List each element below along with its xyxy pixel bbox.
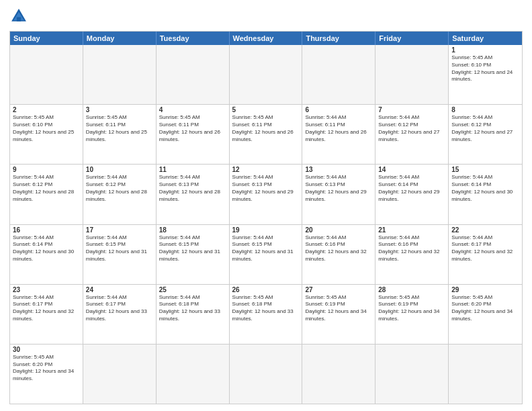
calendar-cell: 23Sunrise: 5:44 AM Sunset: 6:17 PM Dayli… [10,285,83,344]
calendar-row-2: 9Sunrise: 5:44 AM Sunset: 6:12 PM Daylig… [10,165,522,224]
day-number: 21 [378,226,445,234]
cell-info: Sunrise: 5:44 AM Sunset: 6:13 PM Dayligh… [232,174,300,203]
day-number: 15 [451,166,519,173]
cell-info: Sunrise: 5:45 AM Sunset: 6:20 PM Dayligh… [13,354,80,383]
cal-header-tuesday: Tuesday [157,32,230,45]
calendar-cell: 12Sunrise: 5:44 AM Sunset: 6:13 PM Dayli… [230,165,303,224]
day-number: 18 [159,226,226,234]
svg-rect-2 [17,17,21,21]
cal-header-monday: Monday [83,32,157,45]
calendar-cell: 3Sunrise: 5:45 AM Sunset: 6:11 PM Daylig… [83,105,157,164]
cell-info: Sunrise: 5:44 AM Sunset: 6:17 PM Dayligh… [13,294,80,323]
cell-info: Sunrise: 5:44 AM Sunset: 6:14 PM Dayligh… [13,234,80,263]
cell-info: Sunrise: 5:44 AM Sunset: 6:16 PM Dayligh… [378,234,445,263]
cell-info: Sunrise: 5:45 AM Sunset: 6:19 PM Dayligh… [305,294,372,323]
cell-info: Sunrise: 5:45 AM Sunset: 6:19 PM Dayligh… [378,294,445,323]
day-number: 30 [13,346,80,353]
cell-info: Sunrise: 5:44 AM Sunset: 6:17 PM Dayligh… [86,294,153,323]
cal-header-saturday: Saturday [449,32,522,45]
calendar-cell: 22Sunrise: 5:44 AM Sunset: 6:17 PM Dayli… [449,225,522,284]
cell-info: Sunrise: 5:45 AM Sunset: 6:11 PM Dayligh… [159,114,226,143]
day-number: 5 [232,106,300,113]
calendar-cell: 18Sunrise: 5:44 AM Sunset: 6:15 PM Dayli… [157,225,230,284]
calendar-cell [449,345,522,404]
calendar-row-3: 16Sunrise: 5:44 AM Sunset: 6:14 PM Dayli… [10,225,522,285]
cell-info: Sunrise: 5:44 AM Sunset: 6:17 PM Dayligh… [451,234,519,263]
day-number: 16 [13,226,80,234]
calendar-row-4: 23Sunrise: 5:44 AM Sunset: 6:17 PM Dayli… [10,285,522,345]
calendar-cell: 13Sunrise: 5:44 AM Sunset: 6:13 PM Dayli… [302,165,375,224]
day-number: 26 [232,286,300,293]
day-number: 29 [451,286,519,293]
cell-info: Sunrise: 5:44 AM Sunset: 6:13 PM Dayligh… [305,174,372,203]
day-number: 14 [378,166,445,173]
calendar-cell: 15Sunrise: 5:44 AM Sunset: 6:14 PM Dayli… [449,165,522,224]
cell-info: Sunrise: 5:45 AM Sunset: 6:10 PM Dayligh… [451,54,519,83]
cell-info: Sunrise: 5:45 AM Sunset: 6:18 PM Dayligh… [232,294,300,323]
calendar-cell: 26Sunrise: 5:45 AM Sunset: 6:18 PM Dayli… [230,285,303,344]
calendar-cell: 29Sunrise: 5:45 AM Sunset: 6:20 PM Dayli… [449,285,522,344]
cell-info: Sunrise: 5:44 AM Sunset: 6:15 PM Dayligh… [232,234,300,263]
calendar-cell [302,45,375,104]
calendar-cell: 17Sunrise: 5:44 AM Sunset: 6:15 PM Dayli… [83,225,157,284]
cell-info: Sunrise: 5:44 AM Sunset: 6:15 PM Dayligh… [86,234,153,263]
calendar: SundayMondayTuesdayWednesdayThursdayFrid… [9,31,523,404]
calendar-cell: 21Sunrise: 5:44 AM Sunset: 6:16 PM Dayli… [375,225,449,284]
day-number: 4 [159,106,226,113]
calendar-cell: 19Sunrise: 5:44 AM Sunset: 6:15 PM Dayli… [230,225,303,284]
calendar-cell: 25Sunrise: 5:44 AM Sunset: 6:18 PM Dayli… [157,285,230,344]
calendar-cell [302,345,375,404]
day-number: 28 [378,286,445,293]
cal-header-sunday: Sunday [10,32,83,45]
day-number: 23 [13,286,80,293]
cell-info: Sunrise: 5:44 AM Sunset: 6:15 PM Dayligh… [159,234,226,263]
logo [9,7,31,26]
calendar-cell [83,45,157,104]
day-number: 17 [86,226,153,234]
day-number: 1 [451,46,519,54]
day-number: 9 [13,166,80,173]
day-number: 13 [305,166,372,173]
calendar-cell: 1Sunrise: 5:45 AM Sunset: 6:10 PM Daylig… [449,45,522,104]
day-number: 24 [86,286,153,293]
logo-icon [9,7,28,26]
calendar-cell: 14Sunrise: 5:44 AM Sunset: 6:14 PM Dayli… [375,165,449,224]
day-number: 27 [305,286,372,293]
calendar-cell: 28Sunrise: 5:45 AM Sunset: 6:19 PM Dayli… [375,285,449,344]
cell-info: Sunrise: 5:44 AM Sunset: 6:14 PM Dayligh… [378,174,445,203]
day-number: 2 [13,106,80,113]
cal-header-wednesday: Wednesday [230,32,303,45]
cell-info: Sunrise: 5:45 AM Sunset: 6:11 PM Dayligh… [86,114,153,143]
calendar-cell: 27Sunrise: 5:45 AM Sunset: 6:19 PM Dayli… [302,285,375,344]
calendar-cell: 4Sunrise: 5:45 AM Sunset: 6:11 PM Daylig… [157,105,230,164]
cell-info: Sunrise: 5:44 AM Sunset: 6:14 PM Dayligh… [451,174,519,203]
calendar-header-row: SundayMondayTuesdayWednesdayThursdayFrid… [10,32,522,45]
cal-header-friday: Friday [375,32,449,45]
calendar-cell [10,45,83,104]
calendar-cell [157,345,230,404]
cell-info: Sunrise: 5:44 AM Sunset: 6:18 PM Dayligh… [159,294,226,323]
cell-info: Sunrise: 5:44 AM Sunset: 6:11 PM Dayligh… [305,114,372,143]
calendar-cell: 16Sunrise: 5:44 AM Sunset: 6:14 PM Dayli… [10,225,83,284]
day-number: 3 [86,106,153,113]
cell-info: Sunrise: 5:44 AM Sunset: 6:12 PM Dayligh… [13,174,80,203]
calendar-cell: 10Sunrise: 5:44 AM Sunset: 6:12 PM Dayli… [83,165,157,224]
page: SundayMondayTuesdayWednesdayThursdayFrid… [0,0,532,411]
header [9,7,523,26]
day-number: 7 [378,106,445,113]
calendar-cell [230,45,303,104]
day-number: 11 [159,166,226,173]
day-number: 6 [305,106,372,113]
calendar-cell [230,345,303,404]
calendar-row-0: 1Sunrise: 5:45 AM Sunset: 6:10 PM Daylig… [10,45,522,105]
calendar-body: 1Sunrise: 5:45 AM Sunset: 6:10 PM Daylig… [10,45,522,404]
calendar-cell: 8Sunrise: 5:44 AM Sunset: 6:12 PM Daylig… [449,105,522,164]
calendar-cell: 7Sunrise: 5:44 AM Sunset: 6:12 PM Daylig… [375,105,449,164]
calendar-cell: 11Sunrise: 5:44 AM Sunset: 6:13 PM Dayli… [157,165,230,224]
cell-info: Sunrise: 5:44 AM Sunset: 6:12 PM Dayligh… [451,114,519,143]
day-number: 22 [451,226,519,234]
calendar-cell: 20Sunrise: 5:44 AM Sunset: 6:16 PM Dayli… [302,225,375,284]
calendar-cell: 5Sunrise: 5:45 AM Sunset: 6:11 PM Daylig… [230,105,303,164]
cell-info: Sunrise: 5:45 AM Sunset: 6:20 PM Dayligh… [451,294,519,323]
calendar-cell: 2Sunrise: 5:45 AM Sunset: 6:10 PM Daylig… [10,105,83,164]
